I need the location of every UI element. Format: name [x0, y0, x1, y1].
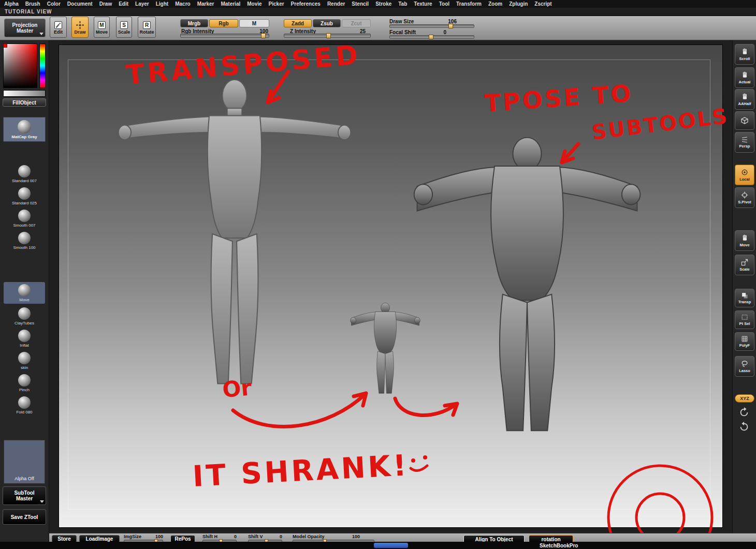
menu-zscript[interactable]: Zscript [534, 1, 551, 7]
menu-tool[interactable]: Tool [439, 1, 449, 7]
taskbar-item[interactable] [374, 543, 408, 548]
brush-sphere-icon [18, 307, 31, 320]
projection-master-button[interactable]: Projection Master [4, 19, 46, 37]
color-picker-sv-square[interactable] [3, 43, 37, 88]
spivot-button[interactable]: S.Pivot [735, 187, 754, 208]
alpha-selector[interactable]: Alpha Off [4, 440, 45, 484]
img-size-label: ImgSize [124, 534, 141, 539]
brush-fold-080[interactable]: Fold 080 [4, 394, 45, 416]
smiley-eyes-icon [411, 455, 427, 463]
menu-picker[interactable]: Picker [269, 1, 284, 7]
shift-v-value: 0 [280, 534, 282, 539]
taskbar-app-title[interactable]: SketchBookPro [540, 542, 578, 549]
brush-smooth-100[interactable]: Smooth 100 [4, 230, 45, 251]
dropdown-arrow-icon [39, 33, 43, 35]
scroll-button[interactable]: Scroll [735, 44, 754, 65]
brush-standard-025[interactable]: Standard 025 [4, 185, 45, 207]
brush-label: Standard 007 [12, 179, 37, 183]
focal-shift-handle[interactable] [429, 35, 433, 39]
rotate-tool-button[interactable]: R Rotate [138, 17, 156, 38]
rgb-intensity-handle[interactable] [261, 33, 266, 38]
mrgb-button[interactable]: Mrgb [180, 19, 208, 27]
persp-button[interactable]: Persp [735, 132, 754, 153]
menu-brush[interactable]: Brush [25, 1, 40, 7]
brush-standard-007[interactable]: Standard 007 [4, 163, 45, 185]
brush-label: Move [19, 298, 30, 302]
brush-smooth-007[interactable]: Smooth 007 [4, 207, 45, 229]
menu-tab[interactable]: Tab [398, 1, 407, 7]
local-button[interactable]: Local [735, 165, 754, 185]
brush-sphere-icon [18, 374, 31, 387]
brush-pinch[interactable]: Pinch [4, 372, 45, 394]
aahalf-button[interactable]: AAHalf [735, 89, 754, 110]
menu-zplugin[interactable]: Zplugin [509, 1, 528, 7]
model-opacity-label: Model Opacity [293, 534, 325, 539]
shift-h-label-row: Shift H 0 [202, 534, 237, 539]
scale-tool-button[interactable]: S Scale [116, 17, 132, 38]
menu-transform[interactable]: Transform [456, 1, 482, 7]
model-subtool-figure[interactable] [414, 138, 641, 431]
edit-button[interactable]: Edit [50, 17, 67, 38]
color-picker-hue-strip[interactable] [39, 43, 46, 88]
menu-color[interactable]: Color [47, 1, 61, 7]
actual-button[interactable]: Actual [735, 67, 754, 88]
menu-render[interactable]: Render [327, 1, 345, 7]
hand-icon [740, 48, 749, 56]
menu-layer[interactable]: Layer [135, 1, 149, 7]
move-canvas-button[interactable]: Move [735, 230, 754, 251]
draw-button[interactable]: Draw [71, 17, 89, 38]
rgb-button[interactable]: Rgb [209, 19, 238, 27]
persp-label: Persp [739, 144, 750, 149]
zadd-button[interactable]: Zadd [284, 19, 312, 27]
lasso-button[interactable]: Lasso [735, 356, 754, 377]
model-shrunk-figure[interactable] [351, 303, 420, 393]
menu-macro[interactable]: Macro [175, 1, 190, 7]
matcap-selector[interactable]: MatCap Gray [3, 117, 46, 142]
menu-document[interactable]: Document [67, 1, 93, 7]
menu-marker[interactable]: Marker [197, 1, 214, 7]
zcut-button[interactable]: Zcut [342, 19, 371, 27]
brush-move[interactable]: Move [4, 282, 45, 304]
menu-stencil[interactable]: Stencil [352, 1, 369, 7]
aahalf-label: AAHalf [738, 101, 751, 106]
subtool-master-label: SubTool Master [6, 490, 43, 501]
draw-size-slider[interactable] [389, 24, 474, 28]
z-intensity-slider[interactable] [284, 34, 371, 38]
zsub-button[interactable]: Zsub [313, 19, 341, 27]
draw-size-handle[interactable] [448, 24, 453, 28]
m-button[interactable]: M [239, 19, 269, 27]
fill-object-button[interactable]: FillObject [3, 98, 46, 107]
z-intensity-handle[interactable] [326, 33, 331, 38]
model-transposed-figure[interactable] [119, 80, 351, 384]
polyframe-grid-icon [740, 335, 749, 343]
shift-h-label: Shift H [202, 534, 217, 539]
menu-material[interactable]: Material [221, 1, 240, 7]
brush-claytubes[interactable]: ClayTubes [4, 305, 45, 327]
scale-canvas-button[interactable]: Scale [735, 255, 754, 275]
rotate-view-button[interactable] [738, 407, 750, 420]
menu-movie[interactable]: Movie [247, 1, 261, 7]
menu-alpha[interactable]: Alpha [4, 1, 19, 7]
move-tool-button[interactable]: M Move [94, 17, 110, 38]
xyz-button[interactable]: XYZ [735, 394, 754, 403]
persp-cube-button[interactable] [735, 111, 754, 130]
brush-skin[interactable]: skin [4, 350, 45, 372]
color-gradient-bar[interactable] [3, 90, 46, 97]
menu-stroke[interactable]: Stroke [375, 1, 391, 7]
transp-button[interactable]: Transp [735, 289, 754, 307]
menu-draw[interactable]: Draw [99, 1, 112, 7]
menu-edit[interactable]: Edit [119, 1, 128, 7]
menu-light[interactable]: Light [156, 1, 168, 7]
rgb-intensity-slider[interactable] [180, 34, 269, 38]
pt-sel-button[interactable]: Pt Sel [735, 310, 754, 329]
menu-zoom[interactable]: Zoom [488, 1, 502, 7]
save-ztool-button[interactable]: Save ZTool [3, 509, 46, 525]
menu-preferences[interactable]: Preferences [291, 1, 321, 7]
brush-inflat[interactable]: Inflat [4, 328, 45, 349]
subtool-master-button[interactable]: SubTool Master [3, 486, 46, 505]
menu-texture[interactable]: Texture [414, 1, 432, 7]
polyf-button[interactable]: PolyF [735, 332, 754, 351]
focal-shift-slider[interactable] [389, 35, 474, 39]
hand-icon [740, 234, 749, 242]
rotate-view-alt-button[interactable] [738, 421, 750, 435]
